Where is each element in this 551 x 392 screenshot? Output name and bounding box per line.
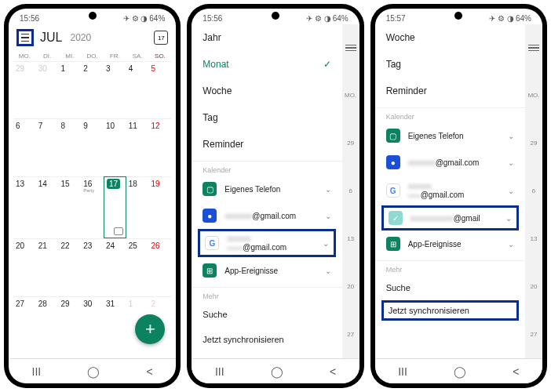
today-icon[interactable]: 17 xyxy=(154,31,168,45)
day-cell[interactable]: 29 xyxy=(59,296,82,354)
day-cell[interactable]: 28 xyxy=(36,296,59,354)
chevron-down-icon[interactable]: ⌄ xyxy=(325,185,331,194)
cal-account-1[interactable]: ●xxxxxxx@gmail.com⌄ xyxy=(375,149,525,176)
day-cell[interactable]: 10 xyxy=(104,118,126,176)
chevron-down-icon[interactable]: ⌄ xyxy=(505,214,512,223)
day-cell[interactable]: 20 xyxy=(13,238,36,296)
status-time: 15:56 xyxy=(20,14,39,23)
day-cell[interactable]: 29 xyxy=(13,61,36,118)
section-mehr: Mehr xyxy=(375,260,525,275)
screen-1: 15:56 ✈ ⚙ ◑ 64% JUL 2020 17 MO.DI.MI.DO.… xyxy=(9,9,176,383)
day-cell[interactable]: 17 xyxy=(104,176,126,238)
day-cell[interactable]: 15 xyxy=(59,176,82,238)
day-cell[interactable]: 7 xyxy=(36,118,59,176)
day-cell[interactable]: 21 xyxy=(36,238,59,296)
weekday-label: DI. xyxy=(36,53,59,60)
phone-icon: ▢ xyxy=(386,129,400,143)
day-cell[interactable]: 5 xyxy=(149,61,172,118)
day-cell[interactable]: 27 xyxy=(13,296,36,354)
nav-home[interactable]: ◯ xyxy=(87,365,100,378)
view-tag[interactable]: Tag xyxy=(192,104,341,131)
cal-account-synced[interactable]: ✓xxxxxxxxxxx@gmail⌄ xyxy=(381,205,519,230)
nav-recent[interactable]: III xyxy=(398,365,407,378)
screen-2: 15:56 ✈ ⚙ ◑ 64% MO.296132027 Jahr Monat✓… xyxy=(192,9,359,383)
cal-account-1[interactable]: ●xxxxxxx@gmail.com⌄ xyxy=(192,202,341,229)
check-icon: ✓ xyxy=(323,59,331,70)
nav-drawer: Woche Tag Reminder Kalender ▢Eigenes Tel… xyxy=(375,24,525,358)
screen-3: 15:57 ✈ ⚙ ◑ 64% MO.296132027 Woche Tag R… xyxy=(375,9,542,383)
nav-bar: III ◯ < xyxy=(192,358,359,383)
day-cell[interactable]: 4 xyxy=(126,61,149,118)
camera-notch xyxy=(454,12,462,20)
view-reminder[interactable]: Reminder xyxy=(192,131,341,158)
status-right: ✈ ⚙ ◑ 64% xyxy=(123,14,166,23)
header-month[interactable]: JUL xyxy=(40,31,62,45)
nav-recent[interactable]: III xyxy=(32,365,42,378)
search-item[interactable]: Suche xyxy=(192,302,341,327)
day-cell[interactable]: 16Party xyxy=(81,176,104,238)
day-cell[interactable]: 23 xyxy=(81,238,104,296)
background-strip: MO.296132027 xyxy=(342,24,359,358)
weekday-row: MO.DI.MI.DO.FR.SA.SO. xyxy=(9,49,176,61)
apps-icon: ⊞ xyxy=(386,237,400,251)
nav-recent[interactable]: III xyxy=(215,365,224,378)
day-cell[interactable]: 13 xyxy=(13,176,36,238)
chevron-down-icon[interactable]: ⌄ xyxy=(323,239,329,248)
day-cell[interactable]: 1 xyxy=(59,61,82,118)
day-cell[interactable]: 8 xyxy=(59,118,82,176)
apps-icon: ⊞ xyxy=(203,263,217,278)
header-year: 2020 xyxy=(70,32,91,43)
phone-frame-1: 15:56 ✈ ⚙ ◑ 64% JUL 2020 17 MO.DI.MI.DO.… xyxy=(4,4,181,388)
menu-icon xyxy=(528,45,539,52)
search-item[interactable]: Suche xyxy=(375,275,525,300)
sync-item[interactable]: Jetzt synchronisieren xyxy=(192,327,341,352)
nav-home[interactable]: ◯ xyxy=(454,365,466,378)
day-cell[interactable]: 22 xyxy=(59,238,82,296)
weekday-label: MO. xyxy=(13,53,36,60)
day-cell[interactable]: 11 xyxy=(126,118,149,176)
cal-phone[interactable]: ▢Eigenes Telefon⌄ xyxy=(192,176,341,202)
nav-drawer: Jahr Monat✓ Woche Tag Reminder Kalender … xyxy=(192,24,341,358)
day-cell[interactable]: 3 xyxy=(104,61,126,118)
day-cell[interactable]: 2 xyxy=(81,61,104,118)
cal-app-events[interactable]: ⊞App-Ereignisse⌄ xyxy=(375,230,525,257)
day-cell[interactable]: 19 xyxy=(149,176,172,238)
view-reminder[interactable]: Reminder xyxy=(375,78,525,104)
day-cell[interactable]: 24 xyxy=(104,238,126,296)
nav-back[interactable]: < xyxy=(330,365,336,378)
chevron-down-icon[interactable]: ⌄ xyxy=(508,187,514,195)
menu-icon[interactable] xyxy=(16,29,34,46)
nav-bar: III ◯ < xyxy=(9,358,176,383)
day-cell[interactable]: 18 xyxy=(126,176,149,238)
day-cell[interactable]: 6 xyxy=(13,118,36,176)
day-cell[interactable]: 30 xyxy=(81,296,104,354)
view-woche[interactable]: Woche xyxy=(375,24,525,51)
chevron-down-icon[interactable]: ⌄ xyxy=(508,158,514,167)
nav-back[interactable]: < xyxy=(147,365,153,378)
chevron-down-icon[interactable]: ⌄ xyxy=(508,240,514,249)
day-cell[interactable]: 25 xyxy=(126,238,149,296)
sync-item[interactable]: Jetzt synchronisieren xyxy=(381,300,519,321)
menu-icon xyxy=(345,45,356,52)
day-cell[interactable]: 9 xyxy=(81,118,104,176)
cal-app-events[interactable]: ⊞App-Ereignisse⌄ xyxy=(192,257,341,284)
chevron-down-icon[interactable]: ⌄ xyxy=(325,212,331,220)
cal-account-google[interactable]: Gxxxxxxxxxx@gmail.com⌄ xyxy=(375,176,525,205)
day-cell[interactable]: 12 xyxy=(149,118,172,176)
view-jahr[interactable]: Jahr xyxy=(192,24,341,51)
day-cell[interactable]: 14 xyxy=(36,176,59,238)
day-cell[interactable]: 26 xyxy=(149,238,172,296)
view-tag[interactable]: Tag xyxy=(375,51,525,78)
day-cell[interactable]: 30 xyxy=(36,61,59,118)
view-woche[interactable]: Woche xyxy=(192,78,341,104)
day-cell[interactable]: 31 xyxy=(104,296,126,354)
nav-bar: III ◯ < xyxy=(375,358,542,383)
chevron-down-icon[interactable]: ⌄ xyxy=(508,132,514,140)
view-monat[interactable]: Monat✓ xyxy=(192,51,341,78)
nav-back[interactable]: < xyxy=(513,365,519,378)
note-icon xyxy=(114,227,123,235)
cal-account-google[interactable]: Gxxxxxxxxxxx@gmail.com⌄ xyxy=(198,229,335,257)
cal-phone[interactable]: ▢Eigenes Telefon⌄ xyxy=(375,122,525,149)
chevron-down-icon[interactable]: ⌄ xyxy=(325,267,331,275)
nav-home[interactable]: ◯ xyxy=(271,365,283,378)
